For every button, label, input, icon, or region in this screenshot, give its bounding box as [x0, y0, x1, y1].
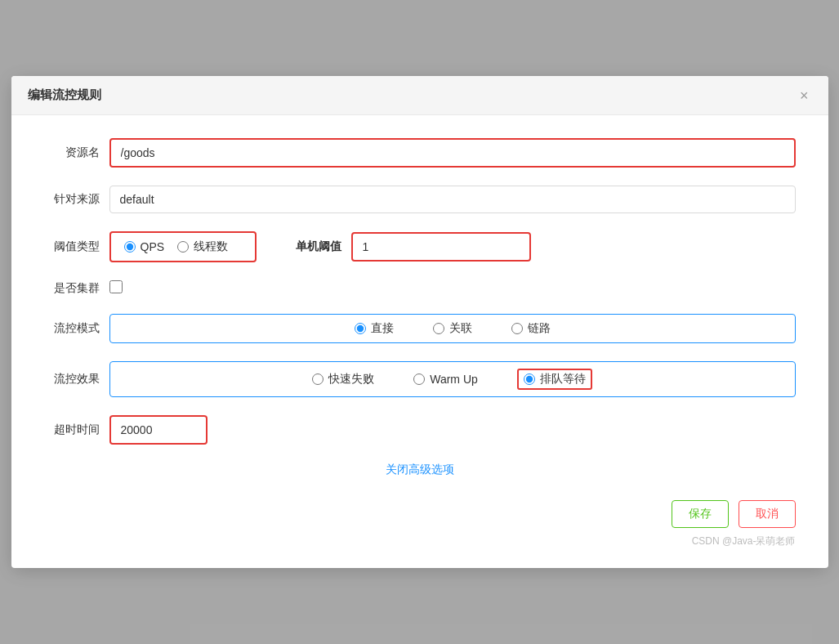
radio-relate-label: 关联 — [449, 321, 472, 336]
radio-queue-label: 排队等待 — [540, 372, 586, 387]
radio-thread-label: 线程数 — [194, 239, 228, 254]
radio-direct-input[interactable] — [355, 323, 366, 334]
radio-chain-label: 链路 — [528, 321, 551, 336]
radio-fast-fail-input[interactable] — [312, 373, 324, 385]
single-threshold-input[interactable] — [351, 232, 531, 262]
radio-chain-input[interactable] — [511, 323, 523, 334]
flow-effect-radio-group: 快速失败 Warm Up 排队等待 — [109, 361, 796, 397]
cluster-checkbox[interactable] — [109, 280, 123, 293]
radio-queue[interactable]: 排队等待 — [517, 369, 592, 390]
threshold-type-label: 阈值类型 — [44, 239, 109, 254]
source-label: 针对来源 — [44, 192, 109, 207]
radio-qps-label: QPS — [141, 240, 165, 253]
flow-mode-label: 流控模式 — [44, 321, 109, 336]
timeout-label: 超时时间 — [44, 423, 109, 437]
source-control — [109, 186, 796, 213]
cluster-control — [109, 280, 796, 296]
radio-queue-input[interactable] — [524, 373, 535, 385]
radio-warmup[interactable]: Warm Up — [413, 373, 478, 386]
flow-effect-label: 流控效果 — [44, 372, 109, 387]
timeout-row: 超时时间 — [44, 415, 796, 445]
dialog-header: 编辑流控规则 × — [11, 76, 828, 115]
radio-thread-input[interactable] — [177, 241, 189, 253]
cluster-label: 是否集群 — [44, 281, 109, 296]
radio-direct-label: 直接 — [371, 321, 394, 336]
radio-warmup-input[interactable] — [413, 373, 425, 385]
threshold-type-radio-group: QPS 线程数 — [109, 231, 257, 262]
flow-mode-control: 直接 关联 链路 — [109, 314, 796, 343]
dialog: 编辑流控规则 × 资源名 针对来源 阈值类型 — [11, 76, 828, 568]
flow-effect-control: 快速失败 Warm Up 排队等待 — [109, 361, 796, 397]
cancel-button[interactable]: 取消 — [739, 500, 796, 528]
timeout-control — [109, 415, 796, 445]
radio-chain[interactable]: 链路 — [511, 321, 551, 336]
timeout-input[interactable] — [109, 415, 208, 445]
source-row: 针对来源 — [44, 186, 796, 213]
flow-mode-row: 流控模式 直接 关联 链路 — [44, 314, 796, 343]
radio-direct[interactable]: 直接 — [355, 321, 394, 336]
radio-qps-input[interactable] — [124, 241, 136, 253]
dialog-title: 编辑流控规则 — [28, 87, 101, 103]
resource-name-control — [109, 138, 796, 168]
radio-fast-fail-label: 快速失败 — [328, 372, 374, 387]
advanced-options-link[interactable]: 关闭高级选项 — [44, 463, 796, 477]
advanced-options-link-row: 关闭高级选项 — [44, 463, 796, 477]
radio-warmup-label: Warm Up — [430, 373, 478, 386]
single-threshold-label: 单机阈值 — [296, 239, 341, 254]
flow-mode-radio-group: 直接 关联 链路 — [109, 314, 796, 343]
dialog-footer: 保存 取消 — [11, 485, 828, 528]
threshold-row: 阈值类型 QPS 线程数 单机阈值 — [44, 231, 796, 262]
radio-fast-fail[interactable]: 快速失败 — [312, 372, 374, 387]
resource-name-row: 资源名 — [44, 138, 796, 168]
save-button[interactable]: 保存 — [672, 500, 729, 528]
resource-name-label: 资源名 — [44, 145, 109, 160]
cluster-row: 是否集群 — [44, 280, 796, 296]
dialog-overlay: 编辑流控规则 × 资源名 针对来源 阈值类型 — [0, 0, 839, 644]
dialog-body: 资源名 针对来源 阈值类型 QPS — [11, 115, 828, 485]
close-button[interactable]: × — [797, 88, 812, 103]
threshold-type-control: QPS 线程数 — [109, 231, 257, 262]
flow-effect-row: 流控效果 快速失败 Warm Up 排队等待 — [44, 361, 796, 397]
radio-qps[interactable]: QPS — [124, 240, 165, 253]
watermark: CSDN @Java-呆萌老师 — [11, 528, 828, 548]
radio-thread[interactable]: 线程数 — [177, 239, 228, 254]
radio-relate-input[interactable] — [433, 323, 444, 334]
source-input[interactable] — [109, 186, 796, 213]
radio-relate[interactable]: 关联 — [433, 321, 472, 336]
resource-name-input[interactable] — [109, 138, 796, 168]
